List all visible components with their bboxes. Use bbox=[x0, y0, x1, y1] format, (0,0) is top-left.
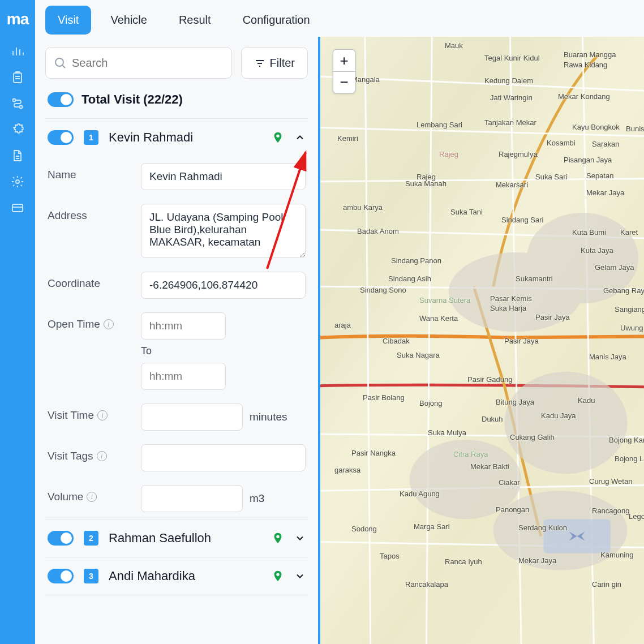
filter-icon bbox=[254, 58, 264, 68]
label-visit-tags: Visit Tags i bbox=[48, 444, 135, 462]
visit-header-2[interactable]: 2 Rahman Saefulloh bbox=[45, 520, 308, 557]
app-logo: ma bbox=[7, 10, 28, 28]
filter-label: Filter bbox=[270, 57, 295, 70]
visit-num-2: 2 bbox=[84, 531, 98, 546]
gear-icon bbox=[11, 175, 24, 188]
visit-time-field[interactable] bbox=[141, 403, 243, 431]
toggle-visit-3[interactable] bbox=[48, 569, 74, 583]
toggle-visit-2[interactable] bbox=[48, 531, 74, 546]
tab-result[interactable]: Result bbox=[166, 6, 224, 35]
open-time-to-field[interactable] bbox=[141, 363, 226, 390]
svg-rect-0 bbox=[14, 73, 22, 83]
label-open-time: Open Time i bbox=[48, 312, 135, 330]
visit-header-3[interactable]: 3 Andi Mahardika bbox=[45, 557, 308, 595]
main-panel: Visit Vehicle Result Configuration Filte… bbox=[35, 0, 644, 644]
zoom-control: + − bbox=[333, 49, 355, 93]
rail-document[interactable] bbox=[7, 145, 28, 166]
zoom-out-button[interactable]: − bbox=[333, 71, 355, 93]
total-visit-row: Total Visit (22/22) bbox=[45, 89, 308, 119]
name-field[interactable] bbox=[141, 163, 306, 190]
road-layer bbox=[320, 37, 644, 644]
zoom-in-button[interactable]: + bbox=[333, 50, 355, 71]
coordinate-field[interactable] bbox=[141, 272, 306, 299]
info-icon[interactable]: i bbox=[104, 319, 114, 329]
visit-panel: Filter Total Visit (22/22) 1 Kevin Rahma… bbox=[35, 37, 318, 644]
rail-plugin[interactable] bbox=[7, 119, 28, 140]
svg-point-3 bbox=[16, 180, 19, 183]
chart-icon bbox=[11, 45, 24, 58]
visit-title-2: Rahman Saefulloh bbox=[109, 531, 261, 546]
label-name: Name bbox=[48, 163, 135, 181]
rail-settings[interactable] bbox=[7, 171, 28, 192]
rail-billing[interactable] bbox=[7, 197, 28, 218]
info-icon[interactable]: i bbox=[97, 451, 107, 461]
visit-title-3: Andi Mahardika bbox=[109, 569, 261, 583]
rail-analytics[interactable] bbox=[7, 41, 28, 62]
chevron-down-icon bbox=[294, 570, 306, 582]
tab-vehicle[interactable]: Vehicle bbox=[98, 6, 160, 35]
info-icon[interactable]: i bbox=[97, 410, 108, 420]
search-box[interactable] bbox=[45, 47, 232, 79]
puzzle-icon bbox=[11, 123, 24, 136]
tab-visit[interactable]: Visit bbox=[45, 6, 91, 35]
top-tabs: Visit Vehicle Result Configuration bbox=[35, 0, 644, 37]
search-icon bbox=[54, 57, 66, 69]
visit-card-3: 3 Andi Mahardika bbox=[45, 557, 308, 595]
info-icon[interactable]: i bbox=[87, 492, 97, 502]
total-visit-label: Total Visit (22/22) bbox=[81, 92, 183, 107]
visit-num-1: 1 bbox=[84, 130, 98, 145]
svg-point-2 bbox=[20, 106, 23, 109]
visit-card-1: 1 Kevin Rahmadi Name Address JL. Udayana… bbox=[45, 119, 308, 520]
sidebar-rail: ma bbox=[0, 0, 35, 644]
label-to: To bbox=[141, 344, 152, 358]
visit-title-1: Kevin Rahmadi bbox=[109, 130, 261, 145]
label-visit-time: Visit Time i bbox=[48, 403, 135, 422]
unit-minutes: minutes bbox=[250, 411, 287, 423]
volume-field[interactable] bbox=[141, 485, 243, 512]
map-area[interactable]: MaukTegal Kunir KidulBuaran ManggaRawa K… bbox=[318, 37, 644, 644]
rail-route[interactable] bbox=[7, 93, 28, 114]
label-volume: Volume i bbox=[48, 485, 135, 503]
label-address: Address bbox=[48, 204, 135, 222]
rail-clipboard[interactable] bbox=[7, 67, 28, 88]
svg-point-8 bbox=[504, 372, 627, 474]
toggle-visit-1[interactable] bbox=[48, 130, 74, 145]
tab-configuration[interactable]: Configuration bbox=[230, 6, 323, 35]
svg-point-5 bbox=[55, 58, 63, 66]
card-icon bbox=[11, 201, 24, 214]
visit-tags-field[interactable] bbox=[141, 444, 306, 471]
chevron-up-icon bbox=[294, 132, 306, 143]
address-field[interactable]: JL. Udayana (Samping Pool Blue Bird),kel… bbox=[141, 204, 306, 258]
visit-num-3: 3 bbox=[84, 569, 98, 583]
visit-card-2: 2 Rahman Saefulloh bbox=[45, 520, 308, 557]
chevron-down-icon bbox=[294, 533, 306, 544]
map-pin-icon-2[interactable] bbox=[272, 532, 284, 544]
open-time-from-field[interactable] bbox=[141, 312, 226, 340]
svg-point-9 bbox=[410, 440, 521, 519]
search-input[interactable] bbox=[72, 57, 224, 70]
route-icon bbox=[11, 97, 24, 110]
map-pin-icon-1[interactable] bbox=[272, 131, 284, 144]
filter-button[interactable]: Filter bbox=[241, 47, 308, 79]
label-coordinate: Coordinate bbox=[48, 272, 135, 290]
svg-point-7 bbox=[527, 213, 638, 303]
svg-rect-4 bbox=[12, 204, 23, 212]
toggle-total-visit[interactable] bbox=[48, 92, 74, 107]
map-pin-icon-3[interactable] bbox=[272, 570, 284, 582]
svg-point-1 bbox=[13, 99, 16, 102]
unit-m3: m3 bbox=[250, 492, 264, 505]
clipboard-icon bbox=[11, 71, 24, 84]
document-icon bbox=[11, 149, 24, 162]
visit-header-1[interactable]: 1 Kevin Rahmadi bbox=[45, 119, 308, 156]
